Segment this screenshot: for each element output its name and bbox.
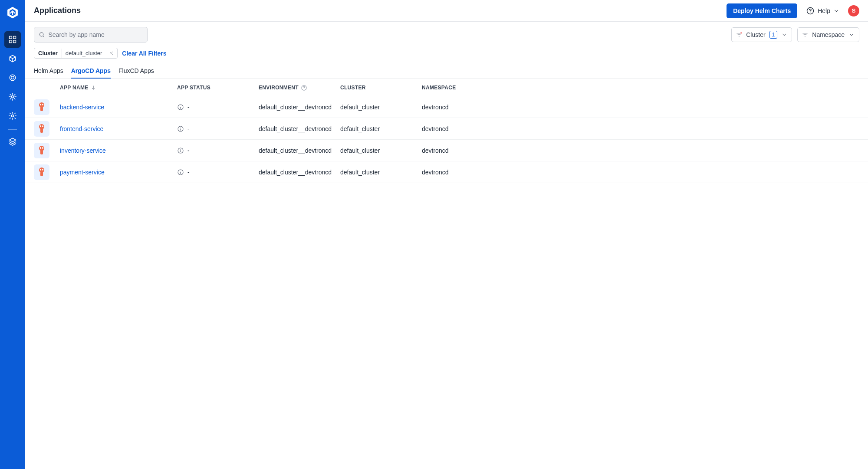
table-row[interactable]: frontend-service - default_cluster__devt…: [25, 118, 868, 140]
chip-value: default_cluster: [62, 48, 106, 58]
help-menu[interactable]: Help: [806, 7, 839, 15]
status-cell: -: [177, 169, 259, 176]
avatar[interactable]: S: [848, 5, 859, 16]
search-input[interactable]: [49, 31, 143, 38]
chevron-down-icon: [848, 32, 855, 38]
cluster-cell: default_cluster: [340, 147, 422, 154]
logo[interactable]: [5, 5, 20, 20]
filter-chips: Cluster default_cluster Clear All Filter…: [25, 43, 868, 59]
search-icon: [39, 31, 45, 38]
tab-helm-apps[interactable]: Helm Apps: [34, 64, 63, 79]
nav-clusters[interactable]: [4, 89, 21, 105]
table-row[interactable]: backend-service - default_cluster__devtr…: [25, 96, 868, 118]
toolbar: Cluster 1 Namespace: [25, 22, 868, 43]
app-type-tabs: Helm Apps ArgoCD Apps FluxCD Apps: [25, 64, 868, 79]
clear-filters-link[interactable]: Clear All Filters: [122, 50, 166, 57]
col-app-status[interactable]: APP STATUS: [177, 85, 259, 91]
svg-rect-3: [13, 36, 16, 39]
nav-charts[interactable]: [4, 50, 21, 67]
cluster-cell: default_cluster: [340, 169, 422, 176]
layers-icon: [8, 137, 17, 146]
apps-table: APP NAME APP STATUS ENVIRONMENT CLUSTER …: [25, 79, 868, 183]
cube-icon: [8, 54, 17, 63]
namespace-cell: devtroncd: [422, 147, 503, 154]
help-icon: [301, 85, 307, 91]
svg-point-8: [11, 76, 14, 79]
close-icon: [109, 51, 114, 56]
status-cell: -: [177, 104, 259, 111]
chip-remove[interactable]: [105, 51, 117, 56]
filter-icon: [736, 32, 742, 38]
svg-point-13: [810, 12, 811, 13]
table-header: APP NAME APP STATUS ENVIRONMENT CLUSTER …: [25, 79, 868, 96]
namespace-cell: devtroncd: [422, 169, 503, 176]
col-app-name[interactable]: APP NAME: [60, 85, 177, 91]
svg-point-9: [12, 96, 14, 98]
app-link[interactable]: payment-service: [60, 169, 177, 176]
env-cell: default_cluster__devtroncd: [259, 104, 340, 111]
info-icon: [177, 125, 184, 132]
chip-key: Cluster: [34, 48, 62, 58]
col-namespace[interactable]: NAMESPACE: [422, 85, 503, 91]
namespace-filter[interactable]: Namespace: [797, 27, 859, 42]
app-link[interactable]: inventory-service: [60, 147, 177, 154]
tab-argocd-apps[interactable]: ArgoCD Apps: [71, 64, 111, 79]
page-title: Applications: [34, 6, 81, 15]
main: Applications Deploy Helm Charts Help S: [25, 0, 868, 469]
svg-point-10: [12, 115, 14, 117]
info-icon: [177, 104, 184, 111]
cluster-chip: Cluster default_cluster: [34, 48, 118, 59]
deploy-helm-button[interactable]: Deploy Helm Charts: [727, 3, 797, 18]
table-row[interactable]: inventory-service - default_cluster__dev…: [25, 140, 868, 161]
app-link[interactable]: frontend-service: [60, 125, 177, 132]
col-cluster[interactable]: CLUSTER: [340, 85, 422, 91]
cluster-cell: default_cluster: [340, 104, 422, 111]
env-cell: default_cluster__devtroncd: [259, 169, 340, 176]
cluster-filter[interactable]: Cluster 1: [731, 27, 792, 42]
argo-icon: [34, 143, 49, 158]
nav-applications[interactable]: [4, 31, 21, 48]
svg-point-7: [10, 75, 15, 80]
header: Applications Deploy Helm Charts Help S: [25, 0, 868, 22]
devtron-logo-icon: [6, 6, 19, 19]
help-label: Help: [818, 7, 830, 14]
namespace-filter-label: Namespace: [812, 31, 845, 38]
argo-icon: [34, 99, 49, 115]
target-icon: [8, 73, 17, 82]
env-cell: default_cluster__devtroncd: [259, 147, 340, 154]
info-icon: [177, 147, 184, 154]
cluster-filter-label: Cluster: [746, 31, 765, 38]
col-environment[interactable]: ENVIRONMENT: [259, 85, 340, 91]
grid-icon: [8, 35, 17, 44]
svg-rect-5: [13, 40, 16, 43]
cluster-cell: default_cluster: [340, 125, 422, 132]
namespace-cell: devtroncd: [422, 104, 503, 111]
chevron-down-icon: [833, 8, 839, 14]
namespace-cell: devtroncd: [422, 125, 503, 132]
nav-global-config[interactable]: [4, 108, 21, 124]
chevron-down-icon: [781, 32, 787, 38]
table-row[interactable]: payment-service - default_cluster__devtr…: [25, 161, 868, 183]
status-cell: -: [177, 125, 259, 132]
sort-asc-icon: [91, 85, 96, 90]
svg-rect-4: [10, 40, 12, 43]
app-link[interactable]: backend-service: [60, 104, 177, 111]
info-icon: [177, 169, 184, 176]
status-cell: -: [177, 147, 259, 154]
env-cell: default_cluster__devtroncd: [259, 125, 340, 132]
sidebar-divider: [8, 129, 17, 130]
svg-point-14: [39, 33, 43, 36]
svg-marker-11: [10, 138, 16, 142]
search-box[interactable]: [34, 27, 148, 43]
help-icon: [806, 7, 815, 15]
argo-icon: [34, 164, 49, 180]
helm-icon: [8, 92, 17, 101]
nav-resource-browser[interactable]: [4, 69, 21, 86]
argo-icon: [34, 121, 49, 137]
tab-fluxcd-apps[interactable]: FluxCD Apps: [118, 64, 154, 79]
gear-icon: [8, 112, 17, 120]
nav-stack[interactable]: [4, 133, 21, 150]
sidebar: [0, 0, 25, 469]
cluster-filter-count: 1: [769, 31, 778, 39]
svg-point-17: [304, 89, 304, 89]
